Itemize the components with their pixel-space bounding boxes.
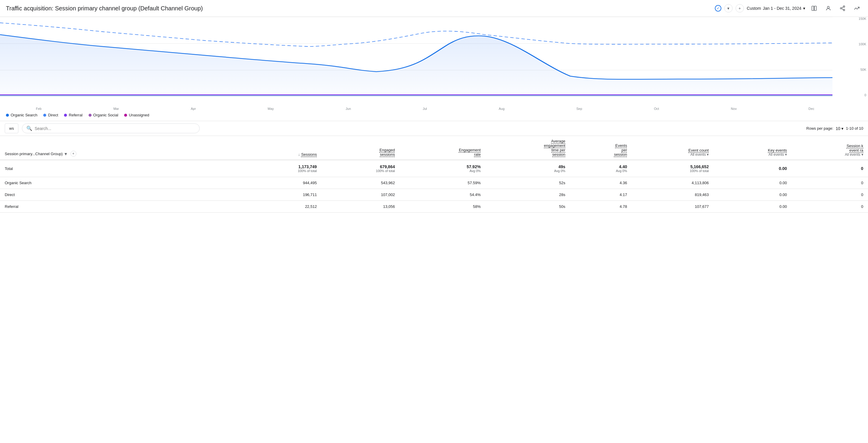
x-label-dec: Dec <box>808 107 814 110</box>
row-direct-engaged-sessions: 107,002 <box>321 189 400 201</box>
rows-per-page-label: Rows per page: <box>806 126 833 131</box>
sessions-header-label: Sessions <box>301 152 317 157</box>
row-organic-search-label: Organic Search <box>0 177 244 189</box>
row-referral-sessions: 22,512 <box>244 201 322 213</box>
legend-item-referral[interactable]: Referral <box>64 113 82 117</box>
event-count-filter[interactable]: All events ▾ <box>690 153 709 157</box>
trend-icon-button[interactable] <box>851 3 862 13</box>
dropdown-button[interactable]: ▾ <box>724 4 733 12</box>
svg-line-6 <box>842 8 843 9</box>
legend-item-organic-search[interactable]: Organic Search <box>6 113 37 117</box>
x-label-aug: Aug <box>499 107 504 110</box>
total-engaged-sessions: 679,864 100% of total <box>321 160 400 177</box>
row-organic-search-avg-engagement: 52s <box>486 177 570 189</box>
row-organic-search-events-per-session: 4.36 <box>570 177 631 189</box>
legend-item-direct[interactable]: Direct <box>43 113 58 117</box>
sessions-column-header[interactable]: ↓Sessions <box>244 136 322 160</box>
legend-label-referral: Referral <box>69 113 82 117</box>
session-key-event-filter[interactable]: All events ▾ <box>845 153 863 157</box>
rows-per-page-control: Rows per page: 10 ▾ 1-10 of 10 <box>806 126 863 131</box>
event-count-filter-chevron: ▾ <box>707 153 709 157</box>
total-row: Total 1,173,749 100% of total 679,864 10… <box>0 160 868 177</box>
engagement-rate-column-header[interactable]: Engagementrate <box>400 136 486 160</box>
chart-svg <box>0 17 832 97</box>
table-header-row: Session primary...Channel Group) ▾ + ↓Se… <box>0 136 868 160</box>
svg-point-5 <box>843 9 845 11</box>
legend-item-unassigned[interactable]: Unassigned <box>124 113 149 117</box>
dimension-header-label: Session primary...Channel Group) <box>5 152 63 156</box>
y-label-100k: 100K <box>859 42 866 46</box>
legend-label-organic-search: Organic Search <box>11 113 37 117</box>
sessions-sort-arrow: ↓ <box>298 152 300 157</box>
engaged-sessions-header-label: Engagedsessions <box>379 148 395 157</box>
dimension-column-header[interactable]: Session primary...Channel Group) ▾ + <box>0 136 244 160</box>
user-icon-button[interactable] <box>823 3 834 13</box>
chart-y-labels: 150K 100K 50K 0 <box>850 17 868 97</box>
table-toolbar: ws 🔍 Rows per page: 10 ▾ 1-10 of 10 <box>0 121 868 136</box>
legend-label-organic-social: Organic Social <box>93 113 119 117</box>
engaged-sessions-column-header[interactable]: Engagedsessions <box>321 136 400 160</box>
svg-rect-0 <box>812 6 814 11</box>
row-direct-key-events: 0.00 <box>713 189 792 201</box>
date-range-value: Jan 1 - Dec 31, 2024 <box>763 6 801 11</box>
row-direct-events-per-session: 4.17 <box>570 189 631 201</box>
event-count-column-header[interactable]: Event count All events ▾ <box>632 136 714 160</box>
x-label-feb: Feb <box>36 107 41 110</box>
share-icon-button[interactable] <box>837 3 848 13</box>
add-comparison-button[interactable]: + <box>736 4 744 12</box>
session-key-event-rate-header-label: Session kevent ra <box>847 144 863 153</box>
row-direct-avg-engagement: 28s <box>486 189 570 201</box>
row-organic-search-session-key-rate: 0 <box>792 177 868 189</box>
pagination-info: 1-10 of 10 <box>846 126 863 131</box>
session-key-event-filter-label: All events <box>845 153 860 157</box>
total-label: Total <box>0 160 244 177</box>
x-label-may: May <box>268 107 274 110</box>
total-session-key-event-rate: 0 <box>792 160 868 177</box>
legend-item-organic-social[interactable]: Organic Social <box>89 113 119 117</box>
views-tab[interactable]: ws <box>5 124 19 133</box>
row-referral-session-key-rate: 0 <box>792 201 868 213</box>
search-icon: 🔍 <box>26 126 32 131</box>
dimension-chevron-icon[interactable]: ▾ <box>65 151 67 157</box>
session-key-event-filter-chevron: ▾ <box>862 153 863 157</box>
date-range-chevron: ▾ <box>803 6 805 11</box>
search-input[interactable] <box>35 126 195 131</box>
key-events-filter-chevron: ▾ <box>785 153 787 157</box>
row-referral-engagement-rate: 58% <box>400 201 486 213</box>
search-box[interactable]: 🔍 <box>22 124 200 133</box>
rows-per-page-select[interactable]: 10 ▾ <box>836 126 844 131</box>
total-avg-engagement-time: 49s Avg 0% <box>486 160 570 177</box>
legend-label-unassigned: Unassigned <box>129 113 149 117</box>
check-icon[interactable]: ✓ <box>715 5 721 11</box>
table-row: Referral 22,512 13,056 58% 50s 4.78 107,… <box>0 201 868 213</box>
row-organic-search-engaged-sessions: 543,962 <box>321 177 400 189</box>
row-organic-search-event-count: 4,113,806 <box>632 177 714 189</box>
x-label-jul: Jul <box>423 107 427 110</box>
legend-dot-unassigned <box>124 114 127 117</box>
row-direct-engagement-rate: 54.4% <box>400 189 486 201</box>
legend-dot-organic-social <box>89 114 92 117</box>
add-dimension-button[interactable]: + <box>70 151 76 157</box>
row-organic-search-key-events: 0.00 <box>713 177 792 189</box>
legend-dot-referral <box>64 114 67 117</box>
events-per-session-header-label: Eventspersession <box>614 143 627 157</box>
session-key-event-rate-column-header[interactable]: Session kevent ra All events ▾ <box>792 136 868 160</box>
row-direct-event-count: 819,463 <box>632 189 714 201</box>
y-label-50k: 50K <box>860 68 866 71</box>
date-range-selector[interactable]: Custom Jan 1 - Dec 31, 2024 ▾ <box>747 6 805 11</box>
compare-icon-button[interactable] <box>809 3 819 13</box>
total-engagement-rate: 57.92% Avg 0% <box>400 160 486 177</box>
row-direct-label: Direct <box>0 189 244 201</box>
total-events-per-session: 4.40 Avg 0% <box>570 160 631 177</box>
table-row: Organic Search 944,495 543,962 57.59% 52… <box>0 177 868 189</box>
event-count-header-label: Event count <box>688 148 709 153</box>
row-direct-session-key-rate: 0 <box>792 189 868 201</box>
legend-label-direct: Direct <box>48 113 58 117</box>
key-events-filter[interactable]: All events ▾ <box>769 153 787 157</box>
key-events-column-header[interactable]: Key events All events ▾ <box>713 136 792 160</box>
avg-engagement-column-header[interactable]: Averageengagementtime persession <box>486 136 570 160</box>
total-sessions: 1,173,749 100% of total <box>244 160 322 177</box>
events-per-session-column-header[interactable]: Eventspersession <box>570 136 631 160</box>
total-event-count: 5,166,652 100% of total <box>632 160 714 177</box>
event-count-filter-label: All events <box>690 153 706 157</box>
